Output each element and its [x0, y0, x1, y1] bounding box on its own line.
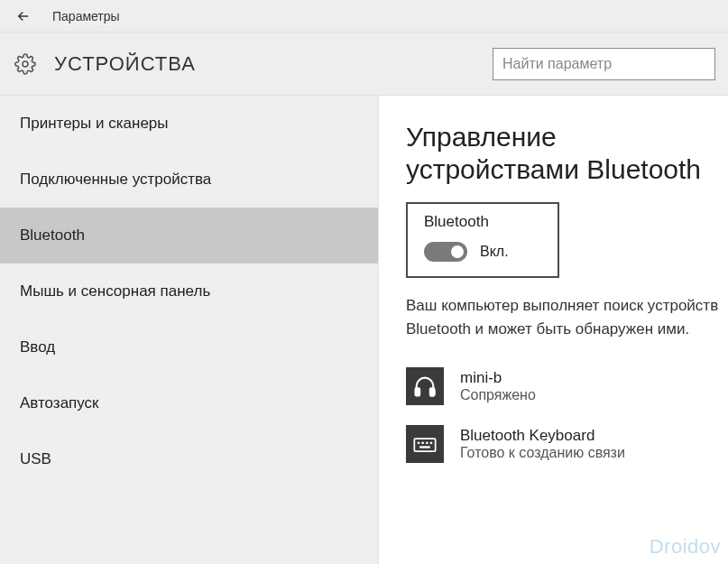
bluetooth-toggle-frame: Bluetooth Вкл.: [406, 202, 559, 278]
toggle-knob: [451, 245, 464, 258]
sidebar-item-printers[interactable]: Принтеры и сканеры: [0, 96, 378, 152]
content-title: Управление устройствами Bluetooth: [406, 121, 728, 186]
svg-rect-3: [414, 439, 435, 451]
content-area: Управление устройствами Bluetooth Blueto…: [379, 96, 728, 564]
svg-rect-4: [418, 442, 419, 444]
device-item[interactable]: mini-b Сопряжено: [406, 367, 728, 405]
bluetooth-toggle-state: Вкл.: [480, 244, 509, 260]
svg-point-0: [23, 61, 28, 67]
sidebar-item-label: USB: [20, 450, 51, 468]
page-header: УСТРОЙСТВА: [0, 32, 728, 96]
svg-rect-7: [430, 442, 432, 444]
headset-icon: [406, 367, 444, 405]
sidebar-item-label: Ввод: [20, 338, 55, 356]
sidebar: Принтеры и сканеры Подключенные устройст…: [0, 96, 379, 564]
sidebar-item-label: Мышь и сенсорная панель: [20, 282, 210, 300]
sidebar-item-typing[interactable]: Ввод: [0, 319, 378, 375]
device-item[interactable]: Bluetooth Keyboard Готово к созданию свя…: [406, 425, 728, 463]
device-status: Сопряжено: [460, 387, 536, 403]
watermark: Droidov: [650, 535, 721, 559]
page-title: УСТРОЙСТВА: [54, 52, 493, 76]
gear-icon: [13, 51, 38, 77]
bluetooth-toggle[interactable]: [424, 242, 467, 262]
sidebar-item-mouse-touchpad[interactable]: Мышь и сенсорная панель: [0, 264, 378, 319]
sidebar-item-autoplay[interactable]: Автозапуск: [0, 375, 378, 431]
device-status: Готово к созданию связи: [460, 445, 625, 461]
svg-rect-1: [416, 388, 420, 395]
titlebar: Параметры: [0, 0, 728, 32]
svg-rect-6: [426, 442, 428, 444]
back-button[interactable]: [11, 4, 36, 29]
sidebar-item-usb[interactable]: USB: [0, 431, 378, 487]
window-title: Параметры: [52, 9, 120, 23]
sidebar-item-bluetooth[interactable]: Bluetooth: [0, 208, 378, 264]
bluetooth-status-text: Ваш компьютер выполняет поиск устройств …: [406, 294, 728, 340]
bluetooth-toggle-label: Bluetooth: [424, 213, 541, 231]
sidebar-item-label: Автозапуск: [20, 394, 99, 412]
sidebar-item-label: Подключенные устройства: [20, 171, 211, 189]
device-name: mini-b: [460, 369, 536, 387]
svg-rect-8: [419, 446, 430, 448]
svg-rect-5: [422, 442, 424, 444]
back-arrow-icon: [15, 8, 32, 24]
sidebar-item-label: Bluetooth: [20, 227, 85, 245]
sidebar-item-connected-devices[interactable]: Подключенные устройства: [0, 152, 378, 208]
search-input[interactable]: [493, 48, 715, 80]
device-name: Bluetooth Keyboard: [460, 427, 625, 445]
sidebar-item-label: Принтеры и сканеры: [20, 115, 169, 133]
keyboard-icon: [406, 425, 444, 463]
